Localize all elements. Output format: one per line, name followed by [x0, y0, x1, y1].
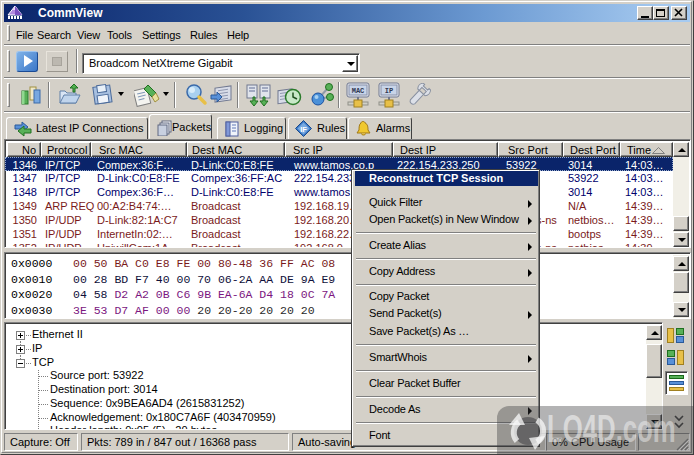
svg-text:MAC: MAC	[352, 87, 365, 95]
svg-text:IF: IF	[300, 125, 307, 134]
svg-text:IP: IP	[385, 87, 393, 95]
